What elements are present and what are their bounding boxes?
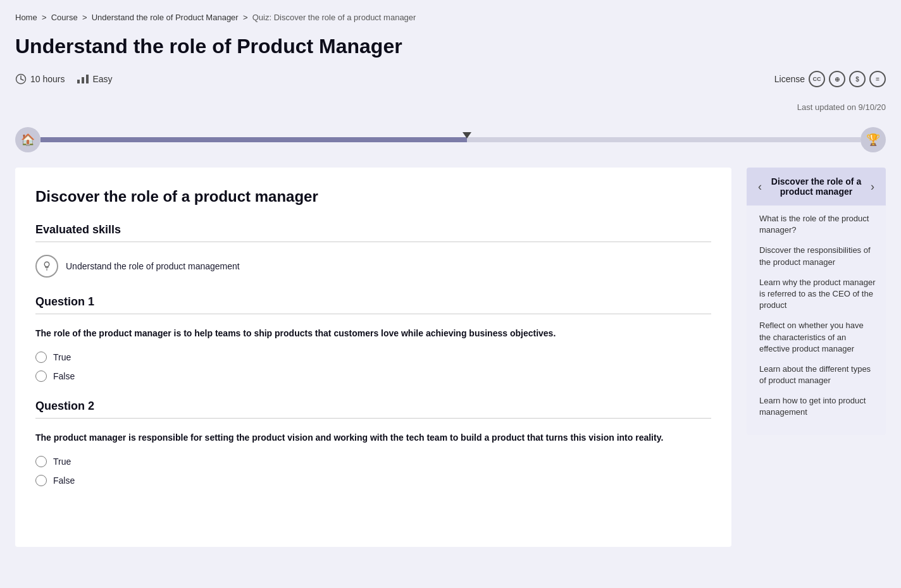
- sidebar-item-6[interactable]: Learn how to get into product management: [757, 395, 876, 418]
- skill-icon: [35, 255, 58, 278]
- progress-marker: [463, 132, 471, 138]
- evaluated-skills-title: Evaluated skills: [35, 223, 711, 236]
- cc-icon: CC: [809, 71, 825, 87]
- nd-icon: =: [869, 71, 886, 87]
- progress-fill: [40, 137, 467, 142]
- sidebar-item-1-label: What is the role of the product manager?: [759, 214, 869, 235]
- q2-radio-true[interactable]: [35, 456, 47, 467]
- meta-left: 10 hours Easy: [15, 73, 113, 85]
- q2-label-false: False: [53, 475, 75, 486]
- quiz-title: Discover the role of a product manager: [35, 188, 711, 205]
- sidebar-nav-header: ‹ Discover the role of a product manager…: [747, 168, 886, 205]
- sidebar-item-4-label: Reflect on whether you have the characte…: [759, 321, 864, 353]
- duration-label: 10 hours: [30, 74, 65, 84]
- q2-option-false[interactable]: False: [35, 475, 711, 486]
- q1-option-false[interactable]: False: [35, 371, 711, 382]
- question-2-body: The product manager is responsible for s…: [35, 431, 711, 444]
- sidebar-item-1[interactable]: What is the role of the product manager?: [757, 213, 876, 236]
- license-area: License CC ⊕ $ =: [774, 71, 886, 87]
- clock-icon: [15, 73, 27, 85]
- sidebar-item-2[interactable]: Discover the responsibilities of the pro…: [757, 245, 876, 267]
- svg-line-2: [21, 79, 23, 80]
- breadcrumb-current: Quiz: Discover the role of a product man…: [252, 13, 416, 22]
- q1-divider: [35, 314, 711, 314]
- q1-radio-true[interactable]: [35, 352, 47, 363]
- skills-divider: [35, 242, 711, 242]
- by-icon: ⊕: [829, 71, 845, 87]
- breadcrumb-course[interactable]: Course: [51, 13, 78, 22]
- sidebar-item-3[interactable]: Learn why the product manager is referre…: [757, 277, 876, 312]
- evaluated-skills-section: Evaluated skills Understand the role of …: [35, 223, 711, 278]
- meta-row: 10 hours Easy License CC ⊕ $ =: [15, 71, 886, 97]
- breadcrumb: Home > Course > Understand the role of P…: [15, 0, 886, 27]
- page-title: Understand the role of Product Manager: [15, 35, 886, 58]
- bar-chart-icon: [77, 73, 89, 85]
- license-text: License: [774, 74, 805, 84]
- sidebar-item-3-label: Learn why the product manager is referre…: [759, 278, 876, 310]
- skill-label: Understand the role of product managemen…: [66, 261, 240, 271]
- q1-label-false: False: [53, 371, 75, 381]
- sidebar-item-2-label: Discover the responsibilities of the pro…: [759, 245, 871, 266]
- question-1-body: The role of the product manager is to he…: [35, 327, 711, 340]
- sidebar-next-button[interactable]: ›: [867, 179, 878, 195]
- skill-row: Understand the role of product managemen…: [35, 255, 711, 278]
- question-2-section: Question 2 The product manager is respon…: [35, 400, 711, 486]
- duration-meta: 10 hours: [15, 73, 65, 85]
- sidebar: ‹ Discover the role of a product manager…: [747, 168, 886, 435]
- progress-trophy-icon: 🏆: [861, 127, 886, 152]
- sidebar-list: What is the role of the product manager?…: [747, 205, 886, 435]
- svg-point-6: [44, 262, 49, 267]
- difficulty-label: Easy: [92, 74, 112, 84]
- main-content: Discover the role of a product manager E…: [15, 168, 731, 547]
- sidebar-prev-button[interactable]: ‹: [754, 179, 766, 195]
- sidebar-item-5[interactable]: Learn about the different types of produ…: [757, 364, 876, 386]
- sidebar-nav-card: ‹ Discover the role of a product manager…: [747, 168, 886, 435]
- q1-radio-false[interactable]: [35, 371, 47, 382]
- content-area: Discover the role of a product manager E…: [15, 168, 886, 547]
- svg-rect-3: [77, 80, 80, 83]
- sidebar-item-6-label: Learn how to get into product management: [759, 396, 866, 417]
- q2-label-true: True: [53, 456, 71, 467]
- sidebar-current-title: Discover the role of a product manager: [766, 176, 867, 197]
- nc-icon: $: [849, 71, 866, 87]
- svg-rect-4: [82, 77, 84, 83]
- q2-divider: [35, 418, 711, 419]
- sidebar-item-5-label: Learn about the different types of produ…: [759, 364, 871, 385]
- progress-row: 🏠 🏆: [15, 127, 886, 152]
- question-1-section: Question 1 The role of the product manag…: [35, 295, 711, 382]
- question-1-title: Question 1: [35, 295, 711, 309]
- updated-date: Last updated on 9/10/20: [15, 97, 886, 117]
- progress-home-icon: 🏠: [15, 127, 40, 152]
- question-2-title: Question 2: [35, 400, 711, 413]
- q2-radio-false[interactable]: [35, 475, 47, 486]
- sidebar-item-4[interactable]: Reflect on whether you have the characte…: [757, 320, 876, 355]
- progress-bar: [40, 137, 861, 142]
- q2-option-true[interactable]: True: [35, 456, 711, 467]
- svg-rect-5: [86, 75, 89, 83]
- breadcrumb-home[interactable]: Home: [15, 13, 37, 22]
- breadcrumb-module[interactable]: Understand the role of Product Manager: [92, 13, 239, 22]
- q1-option-true[interactable]: True: [35, 352, 711, 363]
- q1-label-true: True: [53, 352, 71, 362]
- difficulty-meta: Easy: [77, 73, 112, 85]
